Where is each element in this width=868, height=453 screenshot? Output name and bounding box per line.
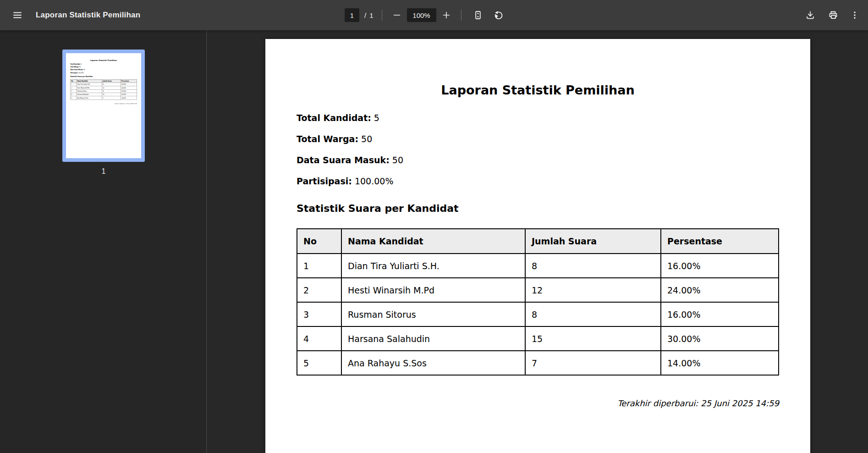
table-row: 1 Dian Tira Yuliarti S.H. 8 16.00%: [297, 254, 779, 278]
cell-jumlah: 15: [525, 326, 661, 351]
cell-nama: Hesti Winarsih M.Pd: [341, 278, 525, 302]
cell-persentase: 16.00%: [661, 254, 779, 278]
cell-no: 5: [297, 351, 341, 375]
zoom-in-button[interactable]: [440, 9, 453, 22]
toolbar-divider: [461, 10, 461, 21]
page-thumbnail[interactable]: Laporan Statistik Pemilihan Total Kandid…: [62, 50, 145, 162]
stat-value: 100.00%: [78, 72, 84, 73]
print-icon: [828, 10, 839, 21]
cell-nama: Dian Tira Yuliarti S.H.: [77, 83, 102, 86]
page-title: Laporan Statistik Pemilihan: [297, 83, 779, 97]
cell-persentase: 14.00%: [121, 96, 137, 99]
cell-nama: Ana Rahayu S.Sos: [341, 351, 525, 375]
thumbnail-mini: Laporan Statistik Pemilihan Total Kandid…: [66, 53, 141, 158]
table-row: 4 Harsana Salahudin 15 30.00%: [71, 93, 137, 96]
page-separator: /: [364, 11, 366, 19]
cell-persentase: 30.00%: [121, 93, 137, 96]
col-header-jumlah: Jumlah Suara: [525, 229, 661, 254]
thumbnail-page-number: 1: [62, 167, 145, 176]
stat-label: Data Suara Masuk:: [70, 69, 83, 71]
document-content: Laporan Statistik Pemilihan Total Kandid…: [66, 53, 141, 158]
cell-no: 4: [71, 93, 77, 96]
cell-jumlah: 8: [525, 254, 661, 278]
cell-jumlah: 8: [102, 89, 121, 93]
votes-table: No Nama Kandidat Jumlah Suara Persentase…: [297, 228, 779, 376]
cell-persentase: 24.00%: [121, 86, 137, 89]
cell-persentase: 16.00%: [661, 302, 779, 326]
cell-no: 3: [297, 302, 341, 326]
stat-data-suara: Data Suara Masuk: 50: [70, 69, 137, 71]
zoom-out-button[interactable]: [390, 9, 403, 22]
cell-nama: Ana Rahayu S.Sos: [77, 96, 102, 99]
table-row: 5 Ana Rahayu S.Sos 7 14.00%: [71, 96, 137, 99]
cell-persentase: 14.00%: [661, 351, 779, 375]
stat-label: Partisipasi:: [297, 176, 352, 186]
cell-persentase: 30.00%: [661, 326, 779, 351]
cell-nama: Harsana Salahudin: [77, 93, 102, 96]
rotate-ccw-icon: [493, 10, 504, 21]
menu-button[interactable]: [9, 7, 26, 23]
page-number-input[interactable]: [345, 8, 359, 22]
cell-persentase: 24.00%: [661, 278, 779, 302]
col-header-persentase: Persentase: [121, 79, 137, 83]
cell-no: 4: [297, 326, 341, 351]
stat-total-kandidat: Total Kandidat: 5: [70, 63, 137, 65]
cell-nama: Dian Tira Yuliarti S.H.: [341, 254, 525, 278]
document-title-label: Laporan Statistik Pemilihan: [36, 11, 140, 20]
col-header-nama: Nama Kandidat: [77, 79, 102, 83]
cell-jumlah: 8: [525, 302, 661, 326]
cell-nama: Rusman Sitorus: [77, 89, 102, 93]
rotate-button[interactable]: [490, 7, 506, 23]
print-button[interactable]: [825, 7, 841, 23]
stat-label: Total Warga:: [297, 134, 358, 144]
cell-jumlah: 8: [102, 83, 121, 86]
table-header-row: No Nama Kandidat Jumlah Suara Persentase: [71, 79, 137, 83]
stat-total-kandidat: Total Kandidat: 5: [297, 114, 779, 122]
stat-value: 5: [374, 113, 379, 123]
cell-jumlah: 12: [102, 86, 121, 89]
stat-label: Total Warga:: [70, 66, 79, 68]
document-page: Laporan Statistik Pemilihan Total Kandid…: [265, 39, 810, 453]
cell-no: 2: [297, 278, 341, 302]
menu-icon: [12, 10, 23, 21]
col-header-nama: Nama Kandidat: [341, 229, 525, 254]
cell-jumlah: 7: [102, 96, 121, 99]
stat-value: 50: [361, 134, 372, 144]
stat-total-warga: Total Warga: 50: [297, 135, 779, 144]
stat-total-warga: Total Warga: 50: [70, 66, 137, 68]
cell-no: 1: [71, 83, 77, 86]
stat-label: Partisipasi:: [70, 72, 78, 73]
stat-value: 50: [392, 155, 403, 165]
cell-jumlah: 7: [525, 351, 661, 375]
stat-value: 50: [83, 69, 85, 71]
cell-nama: Rusman Sitorus: [341, 302, 525, 326]
cell-jumlah: 15: [102, 93, 121, 96]
stat-label: Total Kandidat:: [70, 63, 80, 65]
stat-value: 50: [79, 66, 81, 68]
more-vert-icon: [850, 10, 860, 20]
zoom-level-input[interactable]: [407, 8, 436, 22]
cell-no: 2: [71, 86, 77, 89]
table-row: 2 Hesti Winarsih M.Pd 12 24.00%: [297, 278, 779, 302]
zoom-out-icon: [392, 10, 402, 20]
stat-label: Total Kandidat:: [297, 113, 371, 123]
col-header-no: No: [71, 79, 77, 83]
table-row: 2 Hesti Winarsih M.Pd 12 24.00%: [71, 86, 137, 89]
fit-page-button[interactable]: [470, 7, 486, 23]
toolbar-left: Laporan Statistik Pemilihan: [9, 7, 140, 23]
last-updated-note: Terakhir diperbarui: 25 Juni 2025 14:59: [297, 398, 779, 408]
table-header-row: No Nama Kandidat Jumlah Suara Persentase: [297, 229, 779, 254]
toolbar-divider: [382, 10, 382, 21]
stat-value: 100.00%: [355, 176, 394, 186]
cell-nama: Hesti Winarsih M.Pd: [77, 86, 102, 89]
more-options-button[interactable]: [848, 7, 862, 23]
table-row: 3 Rusman Sitorus 8 16.00%: [71, 89, 137, 93]
download-button[interactable]: [802, 7, 819, 23]
stat-data-suara: Data Suara Masuk: 50: [297, 156, 779, 165]
votes-table: No Nama Kandidat Jumlah Suara Persentase…: [70, 79, 137, 99]
last-updated-note: Terakhir diperbarui: 25 Juni 2025 14:59: [70, 103, 137, 104]
pdf-viewer-canvas[interactable]: Laporan Statistik Pemilihan Total Kandid…: [207, 30, 868, 453]
col-header-persentase: Persentase: [661, 229, 779, 254]
table-row: 5 Ana Rahayu S.Sos 7 14.00%: [297, 351, 779, 375]
toolbar-right: [802, 0, 862, 30]
